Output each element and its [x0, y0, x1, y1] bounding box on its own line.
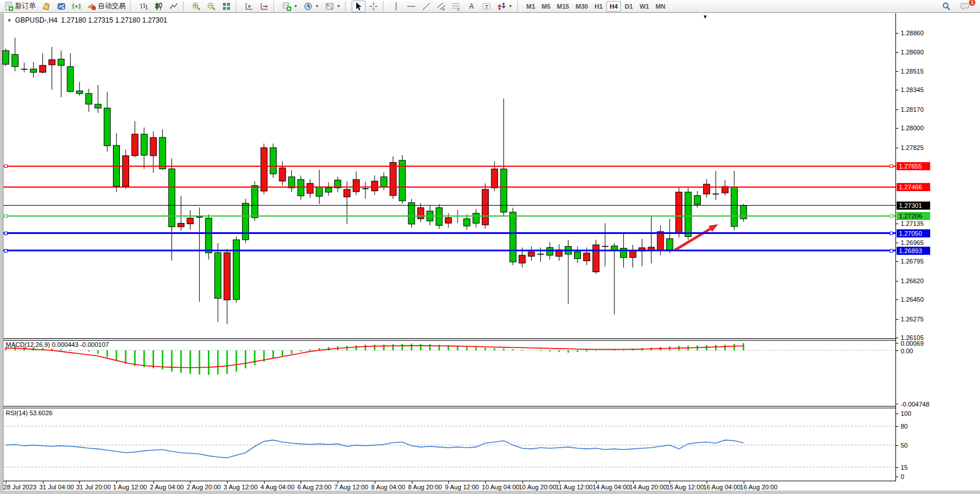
- chevron-down-icon: ▼: [294, 4, 298, 8]
- new-order-icon: [4, 2, 13, 11]
- time-label: 11 Aug 12:00: [555, 484, 593, 491]
- price-tag-1.27466: 1.27466: [897, 183, 930, 191]
- price-tick-mark: [896, 243, 898, 243]
- text-tool-button[interactable]: A: [465, 1, 478, 12]
- time-axis[interactable]: 28 Jul 202331 Jul 04:0031 Jul 20:001 Aug…: [3, 481, 980, 491]
- toolbar-right-group: 1: [939, 1, 978, 12]
- vertical-line-tool-button[interactable]: [389, 1, 403, 12]
- horizontal-line-tool-button[interactable]: [404, 1, 418, 12]
- macd-tick-mark: [896, 343, 898, 343]
- time-label: 4 Aug 04:00: [261, 484, 295, 491]
- fibonacci-icon: F: [452, 2, 461, 11]
- svg-text:A: A: [469, 2, 474, 10]
- support-line-2-right-handle[interactable]: [890, 249, 893, 253]
- ohlc-quote-label: 1.27180 1.27315 1.27180 1.27301: [61, 16, 167, 24]
- timeframe-button-H4[interactable]: H4: [606, 1, 621, 12]
- timeframe-button-D1[interactable]: D1: [621, 1, 636, 12]
- time-label: 10 Aug 04:00: [482, 484, 520, 491]
- pivot-line-green-left-handle[interactable]: [4, 214, 8, 218]
- timeframe-button-W1[interactable]: W1: [637, 1, 652, 12]
- trading-platform-window: 新订单 自动交易: [0, 0, 980, 494]
- macd-tick-mark: [896, 350, 898, 351]
- search-button[interactable]: [939, 1, 953, 12]
- price-tick-mark: [896, 338, 898, 338]
- pane-separator: [3, 481, 895, 481]
- bar-chart-mode-button[interactable]: [137, 1, 151, 12]
- new-order-button[interactable]: 新订单: [2, 1, 38, 12]
- fibonacci-tool-button[interactable]: F: [449, 1, 463, 12]
- resistance-line-1-right-handle[interactable]: [890, 164, 893, 168]
- channel-tool-button[interactable]: E: [434, 1, 448, 12]
- indicators-icon: [282, 2, 291, 11]
- symbol-timeframe-label: GBPUSD-,H4: [15, 16, 57, 24]
- trendline-tool-button[interactable]: [419, 1, 433, 12]
- resistance-line-2[interactable]: [3, 186, 895, 188]
- pane-separator[interactable]: [3, 406, 895, 407]
- arrows-tool-button[interactable]: ▼: [495, 1, 515, 12]
- resistance-line-1[interactable]: [3, 166, 895, 167]
- text-label-tool-button[interactable]: T: [480, 1, 493, 12]
- market-watch-button[interactable]: [39, 1, 53, 12]
- timeframe-button-H1[interactable]: H1: [591, 1, 606, 12]
- zoom-in-icon: [192, 2, 201, 11]
- pane-separator[interactable]: [3, 338, 895, 339]
- time-label: 15 Aug 12:00: [666, 484, 704, 491]
- pivot-line-green-right-handle[interactable]: [890, 214, 893, 218]
- tile-windows-button[interactable]: [220, 1, 233, 12]
- timeframe-button-MN[interactable]: MN: [653, 1, 668, 12]
- cursor-tool-button[interactable]: [352, 1, 365, 12]
- support-line-1-left-handle[interactable]: [4, 232, 8, 235]
- toolbar-separator: [383, 1, 386, 12]
- auto-scroll-icon: [244, 2, 254, 11]
- price-tick-mark: [896, 261, 898, 262]
- price-tick-mark: [896, 319, 898, 320]
- timeframe-button-M1[interactable]: M1: [524, 1, 538, 12]
- zoom-out-button[interactable]: [204, 1, 218, 12]
- templates-icon: [325, 2, 334, 11]
- timeframe-button-M5[interactable]: M5: [539, 1, 553, 12]
- scroll-position-marker[interactable]: ▼: [703, 14, 708, 20]
- toolbar-separator: [236, 1, 239, 12]
- support-line-1-right-handle[interactable]: [890, 232, 893, 235]
- navigator-button[interactable]: [70, 1, 83, 12]
- zoom-in-button[interactable]: [189, 1, 203, 12]
- timeframe-button-M30[interactable]: M30: [573, 1, 591, 12]
- templates-button[interactable]: ▼: [323, 1, 343, 12]
- support-line-2[interactable]: [3, 250, 895, 251]
- line-chart-mode-button[interactable]: [167, 1, 181, 12]
- rsi-tick-label: 0: [901, 473, 904, 480]
- price-tick-label: 1.28690: [901, 49, 924, 56]
- auto-trading-icon: [87, 2, 96, 11]
- window-bottom-edge: [0, 491, 980, 494]
- line-chart-icon: [169, 2, 178, 11]
- periods-button[interactable]: ▼: [301, 1, 321, 12]
- pivot-line-green[interactable]: [3, 215, 895, 217]
- data-window-button[interactable]: [54, 1, 68, 12]
- data-window-icon: [57, 2, 66, 11]
- chat-button[interactable]: 1: [958, 1, 972, 12]
- candlestick-mode-button[interactable]: [152, 1, 166, 12]
- auto-scroll-button[interactable]: [242, 1, 256, 12]
- pane-separator: [3, 340, 895, 341]
- vertical-line-icon: [392, 2, 401, 11]
- new-order-label: 新订单: [15, 1, 36, 11]
- time-label: 10 Aug 20:00: [519, 484, 557, 491]
- crosshair-tool-button[interactable]: [367, 1, 381, 12]
- time-label: 2 Aug 04:00: [150, 484, 184, 491]
- resistance-line-1-left-handle[interactable]: [4, 164, 8, 168]
- chevron-down-icon[interactable]: ▼: [7, 18, 12, 23]
- horizontal-line-icon: [407, 2, 416, 11]
- chart-shift-button[interactable]: [257, 1, 271, 12]
- indicators-button[interactable]: ▼: [280, 1, 300, 12]
- timeframe-button-M15[interactable]: M15: [554, 1, 572, 12]
- current-price-line[interactable]: [3, 205, 895, 206]
- chart-symbol-title: ▼ GBPUSD-,H4 1.27180 1.27315 1.27180 1.2…: [7, 16, 167, 24]
- price-tag-1.26893: 1.26893: [897, 247, 930, 255]
- text-label-icon: T: [482, 2, 491, 11]
- auto-trading-button[interactable]: 自动交易: [85, 1, 128, 12]
- rsi-tick-mark: [896, 445, 898, 446]
- support-line-2-left-handle[interactable]: [4, 249, 8, 253]
- price-axis[interactable]: 1.288601.286901.285151.283451.281701.280…: [896, 13, 980, 481]
- toolbar-separator: [183, 1, 187, 12]
- support-line-1[interactable]: [3, 232, 895, 234]
